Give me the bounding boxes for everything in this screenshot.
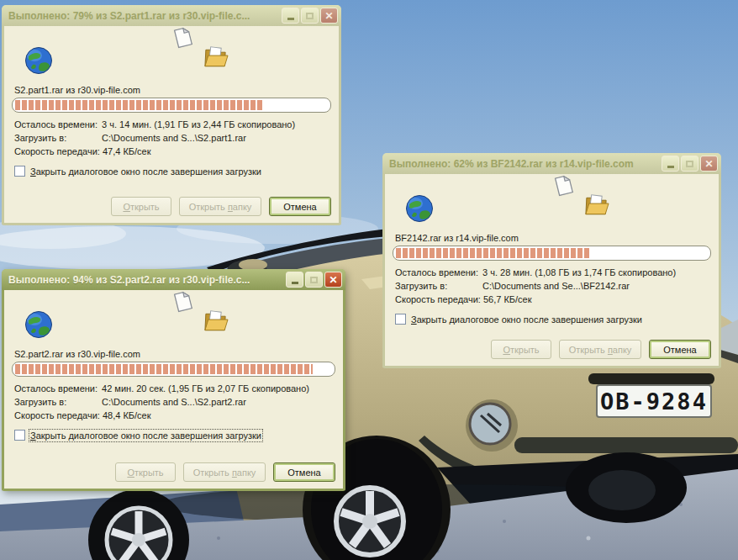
- transfer-rate-row: Скорость передачи: 56,7 КБ/сек: [395, 293, 709, 306]
- open-folder-button[interactable]: Открыть папку: [179, 197, 261, 216]
- minimize-icon: [667, 166, 674, 168]
- close-button[interactable]: ✕: [324, 272, 342, 288]
- close-icon: ✕: [329, 275, 337, 285]
- save-to-row: Загрузить в: C:\Documents and S...\S2.pa…: [14, 131, 329, 145]
- window-title: Выполнено: 94% из S2.part2.rar из r30.vi…: [8, 274, 286, 286]
- close-after-download-checkbox[interactable]: Закрыть диалоговое окно после завершения…: [395, 314, 719, 325]
- progress-fill: [15, 364, 313, 374]
- minimize-button[interactable]: [662, 156, 679, 172]
- flying-document-icon: [554, 174, 574, 197]
- minimize-icon: [292, 282, 298, 284]
- download-info: Осталось времени: 3 ч. 14 мин. (1,91 ГБ …: [14, 118, 329, 158]
- transfer-rate-label: Скорость передачи:: [395, 293, 481, 306]
- download-animation: [4, 290, 343, 342]
- time-left-row: Осталось времени: 3 ч. 14 мин. (1,91 ГБ …: [14, 118, 329, 131]
- download-dialog: Выполнено: 79% из S2.part1.rar из r30.vi…: [2, 5, 341, 225]
- open-button[interactable]: Открыть: [491, 340, 551, 359]
- maximize-button[interactable]: [681, 156, 698, 172]
- checkbox-box[interactable]: [395, 314, 406, 325]
- save-to-label: Загрузить в:: [395, 279, 480, 293]
- close-after-download-checkbox[interactable]: Закрыть диалоговое окно после завершения…: [14, 166, 339, 177]
- close-button[interactable]: ✕: [320, 8, 338, 24]
- open-folder-button[interactable]: Открыть папку: [183, 462, 266, 482]
- time-left-value: 3 ч. 28 мин. (1,08 ГБ из 1,74 ГБ скопиро…: [482, 267, 676, 277]
- download-source-label: BF2142.rar из r14.vip-file.com: [395, 233, 709, 243]
- license-plate: OB-9284: [597, 385, 711, 417]
- button-row: Открыть Открыть папку Отмена: [111, 197, 331, 216]
- time-left-value: 3 ч. 14 мин. (1,91 ГБ из 2,44 ГБ скопиро…: [102, 119, 295, 129]
- button-row: Открыть Открыть папку Отмена: [115, 462, 335, 482]
- folder-icon: [203, 45, 229, 70]
- desktop: OB-9284 Выполнено: 79% из S2.part1.rar и…: [0, 0, 738, 560]
- time-left-row: Осталось времени: 3 ч. 28 мин. (1,08 ГБ …: [395, 266, 709, 279]
- checkbox-box[interactable]: [14, 430, 25, 441]
- transfer-rate-value: 56,7 КБ/сек: [483, 294, 532, 304]
- download-source-label: S2.part2.rar из r30.vip-file.com: [14, 349, 333, 359]
- close-icon: ✕: [324, 11, 333, 21]
- progress-fill: [15, 100, 262, 110]
- progress-bar: [12, 98, 331, 113]
- license-plate-text: OB-9284: [600, 388, 708, 415]
- maximize-icon: [306, 13, 314, 19]
- checkbox-label: Закрыть диалоговое окно после завершения…: [411, 314, 642, 325]
- time-left-label: Осталось времени:: [14, 382, 99, 395]
- checkbox-label: Закрыть диалоговое окно после завершения…: [30, 431, 261, 441]
- open-button[interactable]: Открыть: [111, 197, 171, 216]
- download-source-label: S2.part1.rar из r30.vip-file.com: [14, 85, 329, 95]
- save-to-value: C:\Documents and S...\S2.part2.rar: [102, 397, 246, 407]
- minimize-icon: [287, 18, 294, 20]
- close-button[interactable]: ✕: [700, 156, 718, 172]
- window-controls: ✕: [662, 156, 718, 172]
- save-to-value: C:\Documents and S...\S2.part1.rar: [102, 133, 246, 143]
- titlebar[interactable]: Выполнено: 94% из S2.part2.rar из r30.vi…: [2, 269, 345, 290]
- close-icon: ✕: [704, 159, 713, 169]
- time-left-label: Осталось времени:: [14, 118, 99, 131]
- titlebar[interactable]: Выполнено: 62% из BF2142.rar из r14.vip-…: [382, 153, 721, 174]
- save-to-row: Загрузить в: C:\Documents and Se...\BF21…: [395, 279, 709, 293]
- transfer-rate-value: 48,4 КБ/сек: [103, 410, 151, 420]
- cancel-button[interactable]: Отмена: [649, 340, 711, 359]
- folder-icon: [583, 193, 609, 218]
- progress-bar: [393, 246, 711, 261]
- open-button[interactable]: Открыть: [115, 462, 176, 482]
- globe-icon: [24, 310, 53, 339]
- dialog-body: S2.part1.rar из r30.vip-file.com Осталос…: [4, 26, 339, 223]
- checkbox-label: Закрыть диалоговое окно после завершения…: [30, 166, 261, 177]
- transfer-rate-row: Скорость передачи: 47,4 КБ/сек: [14, 145, 329, 158]
- download-animation: [385, 174, 719, 226]
- time-left-value: 42 мин. 20 сек. (1,95 ГБ из 2,07 ГБ скоп…: [102, 383, 309, 394]
- minimize-button[interactable]: [286, 272, 303, 288]
- minimize-button[interactable]: [282, 8, 299, 24]
- window-controls: ✕: [282, 8, 338, 24]
- window-controls: ✕: [286, 272, 342, 288]
- folder-icon: [203, 309, 229, 334]
- maximize-button[interactable]: [305, 272, 323, 288]
- transfer-rate-label: Скорость передачи:: [14, 145, 100, 158]
- progress-fill: [396, 248, 589, 258]
- flying-document-icon: [173, 26, 193, 49]
- window-title: Выполнено: 79% из S2.part1.rar из r30.vi…: [8, 10, 282, 22]
- maximize-icon: [310, 277, 318, 283]
- open-folder-button[interactable]: Открыть папку: [559, 340, 641, 359]
- cancel-button[interactable]: Отмена: [273, 462, 335, 482]
- download-dialog: Выполнено: 94% из S2.part2.rar из r30.vi…: [2, 269, 345, 491]
- time-left-row: Осталось времени: 42 мин. 20 сек. (1,95 …: [14, 382, 333, 395]
- download-info: Осталось времени: 3 ч. 28 мин. (1,08 ГБ …: [395, 266, 709, 306]
- download-animation: [4, 26, 339, 78]
- save-to-value: C:\Documents and Se...\BF2142.rar: [482, 281, 630, 291]
- time-left-label: Осталось времени:: [395, 266, 480, 279]
- flying-document-icon: [173, 290, 193, 313]
- maximize-icon: [686, 161, 693, 167]
- window-title: Выполнено: 62% из BF2142.rar из r14.vip-…: [389, 158, 662, 170]
- button-row: Открыть Открыть папку Отмена: [491, 340, 711, 359]
- globe-icon: [24, 46, 53, 75]
- close-after-download-checkbox[interactable]: Закрыть диалоговое окно после завершения…: [14, 430, 343, 441]
- dialog-body: S2.part2.rar из r30.vip-file.com Осталос…: [4, 290, 343, 489]
- maximize-button[interactable]: [301, 8, 319, 24]
- transfer-rate-value: 47,4 КБ/сек: [103, 146, 151, 156]
- save-to-label: Загрузить в:: [14, 131, 99, 145]
- titlebar[interactable]: Выполнено: 79% из S2.part1.rar из r30.vi…: [2, 5, 341, 26]
- checkbox-box[interactable]: [14, 166, 25, 177]
- transfer-rate-label: Скорость передачи:: [14, 409, 100, 422]
- cancel-button[interactable]: Отмена: [269, 197, 331, 216]
